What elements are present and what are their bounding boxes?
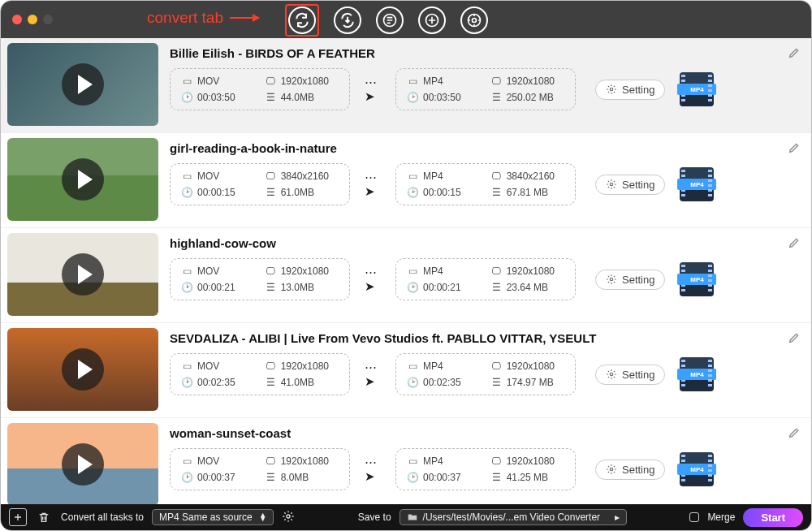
edit-button[interactable]	[788, 141, 801, 158]
task-row[interactable]: girl-reading-a-book-in-nature ▭MOV 🖵3840…	[1, 133, 811, 228]
monitor-icon: 🖵	[266, 266, 276, 277]
disk-icon: ☰	[491, 378, 502, 388]
play-button[interactable]	[62, 443, 104, 486]
clock-icon: 🕑	[408, 188, 418, 198]
source-size: 44.0MB	[281, 92, 314, 103]
task-row[interactable]: woman-sunset-coast ▭MOV 🖵1920x1080 🕑00:0…	[1, 418, 811, 504]
disk-icon: ☰	[491, 473, 502, 483]
edit-button[interactable]	[788, 426, 801, 442]
zoom-window-button[interactable]	[43, 15, 53, 24]
tab-toolbox[interactable]	[460, 6, 488, 34]
gear-icon	[606, 179, 617, 190]
pencil-icon	[788, 236, 801, 249]
source-format: MOV	[197, 76, 219, 87]
target-resolution: 1920x1080	[507, 266, 555, 277]
add-task-button[interactable]	[9, 508, 27, 526]
merge-checkbox[interactable]	[689, 512, 699, 522]
film-icon: ▭	[182, 361, 192, 372]
setting-button[interactable]: Setting	[595, 460, 665, 480]
arrow-right-icon: ⋯➤	[365, 75, 381, 104]
minimize-window-button[interactable]	[28, 15, 37, 24]
task-row[interactable]: Billie Eilish - BIRDS OF A FEATHER ▭MOV …	[1, 38, 811, 133]
video-title: woman-sunset-coast	[170, 426, 784, 440]
setting-button[interactable]: Setting	[595, 365, 665, 385]
close-window-button[interactable]	[12, 15, 22, 24]
film-icon: ▭	[408, 171, 418, 182]
film-icon: ▭	[408, 76, 418, 87]
output-format-label: MP4	[677, 369, 716, 380]
annotation-convert-tab: convert tab	[147, 9, 259, 27]
task-row[interactable]: SEVDALIZA - ALIBI | Live From Vevo Studi…	[1, 323, 811, 418]
convert-all-label: Convert all tasks to	[61, 512, 144, 523]
source-format: MOV	[197, 455, 219, 467]
clock-icon: 🕑	[408, 378, 418, 388]
clock-icon: 🕑	[182, 378, 192, 388]
output-format-chip[interactable]: MP4	[680, 72, 714, 106]
clock-icon: 🕑	[182, 473, 192, 483]
monitor-icon: 🖵	[491, 266, 502, 277]
source-resolution: 3840x2160	[281, 171, 329, 182]
source-format: MOV	[197, 360, 219, 372]
clock-icon: 🕑	[408, 93, 418, 103]
video-thumbnail[interactable]	[7, 138, 158, 221]
video-title: Billie Eilish - BIRDS OF A FEATHER	[170, 46, 784, 60]
convert-all-select[interactable]: MP4 Same as source ▲▼	[152, 509, 274, 525]
save-to-path-box[interactable]: /Users/test/Movies/...em Video Converter…	[400, 509, 627, 525]
play-button[interactable]	[62, 253, 104, 296]
video-thumbnail[interactable]	[7, 233, 158, 316]
conversion-line: ▭MOV 🖵1920x1080 🕑00:00:37 ☰8.0MB ⋯➤ ▭MP4…	[170, 448, 784, 490]
play-button[interactable]	[62, 63, 104, 106]
edit-button[interactable]	[788, 331, 801, 348]
setting-label: Setting	[622, 179, 654, 191]
delete-task-button[interactable]	[35, 508, 53, 526]
setting-button[interactable]: Setting	[595, 80, 665, 100]
monitor-icon: 🖵	[491, 361, 502, 372]
setting-button[interactable]: Setting	[595, 270, 665, 290]
source-info-box: ▭MOV 🖵1920x1080 🕑00:02:35 ☰41.0MB	[170, 353, 350, 395]
pencil-icon	[788, 141, 801, 154]
source-format: MOV	[197, 266, 219, 277]
target-duration: 00:00:15	[423, 187, 461, 198]
pencil-icon	[788, 426, 801, 439]
output-format-chip[interactable]: MP4	[680, 357, 714, 391]
disk-icon: ☰	[266, 93, 276, 103]
video-thumbnail[interactable]	[7, 43, 158, 126]
output-format-label: MP4	[677, 274, 716, 285]
output-format-label: MP4	[677, 84, 716, 95]
task-row[interactable]: highland-cow-cow ▭MOV 🖵1920x1080 🕑00:00:…	[1, 228, 811, 323]
setting-label: Setting	[622, 274, 654, 286]
video-thumbnail[interactable]	[7, 423, 158, 504]
film-icon: ▭	[408, 456, 418, 467]
annotation-label: convert tab	[147, 9, 223, 27]
disk-icon: ☰	[266, 473, 276, 483]
conversion-line: ▭MOV 🖵3840x2160 🕑00:00:15 ☰61.0MB ⋯➤ ▭MP…	[170, 163, 784, 205]
target-size: 67.81 MB	[507, 187, 548, 198]
tab-merge[interactable]	[418, 6, 446, 34]
gear-icon	[606, 274, 617, 285]
target-duration: 00:03:50	[423, 92, 461, 103]
target-info-box: ▭MP4 🖵1920x1080 🕑00:03:50 ☰250.02 MB	[395, 68, 576, 110]
tab-convert-selected	[285, 4, 319, 37]
start-button[interactable]: Start	[743, 508, 803, 527]
tab-download[interactable]	[334, 6, 361, 34]
video-thumbnail[interactable]	[7, 328, 158, 411]
target-format: MP4	[423, 76, 443, 87]
play-button[interactable]	[62, 348, 104, 391]
source-resolution: 1920x1080	[281, 76, 329, 87]
edit-button[interactable]	[788, 46, 801, 63]
output-format-chip[interactable]: MP4	[680, 262, 714, 296]
svg-point-4	[610, 88, 613, 91]
tab-convert[interactable]	[288, 6, 316, 34]
app-window: convert tab	[0, 0, 812, 531]
output-format-chip[interactable]: MP4	[680, 167, 714, 201]
source-info-box: ▭MOV 🖵1920x1080 🕑00:00:37 ☰8.0MB	[170, 448, 350, 490]
setting-button[interactable]: Setting	[595, 175, 665, 195]
source-size: 61.0MB	[281, 187, 314, 198]
source-info-box: ▭MOV 🖵1920x1080 🕑00:03:50 ☰44.0MB	[170, 68, 350, 110]
convert-all-settings-button[interactable]	[282, 510, 295, 525]
output-format-chip[interactable]: MP4	[680, 452, 714, 486]
tab-edit[interactable]	[376, 6, 404, 34]
play-button[interactable]	[62, 158, 104, 201]
edit-button[interactable]	[788, 236, 801, 253]
monitor-icon: 🖵	[266, 456, 276, 467]
